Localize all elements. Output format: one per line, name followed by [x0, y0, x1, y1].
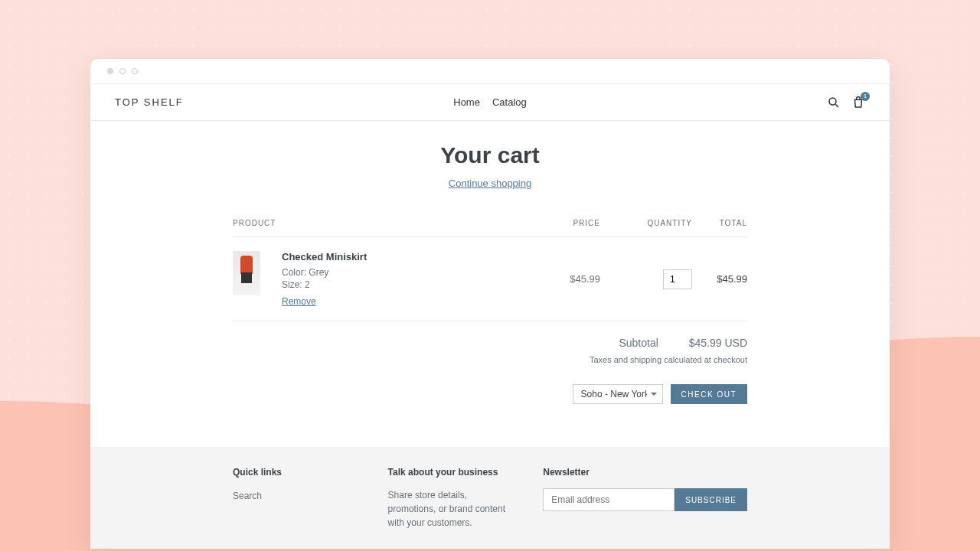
search-icon[interactable]: [827, 96, 841, 109]
svg-point-0: [829, 98, 836, 105]
col-header-price: PRICE: [531, 219, 600, 227]
variant-color: Color: Grey: [282, 267, 367, 278]
variant-size: Size: 2: [282, 279, 367, 290]
table-row: Checked Miniskirt Color: Grey Size: 2 Re…: [233, 237, 747, 321]
product-name[interactable]: Checked Miniskirt: [282, 251, 367, 262]
browser-window: TOP SHELF Home Catalog 1 Your cart Conti…: [90, 59, 890, 549]
page-title: Your cart: [115, 142, 865, 168]
checkout-button[interactable]: CHECK OUT: [671, 384, 747, 404]
titlebar: [90, 59, 890, 84]
nav-catalog[interactable]: Catalog: [492, 96, 527, 108]
product-image[interactable]: [233, 251, 260, 295]
tax-note: Taxes and shipping calculated at checkou…: [233, 355, 747, 364]
subscribe-button[interactable]: SUBSCRIBE: [675, 488, 747, 511]
remove-link[interactable]: Remove: [282, 296, 316, 307]
price-cell: $45.99: [531, 273, 600, 285]
email-field[interactable]: [543, 488, 675, 511]
window-dot: [119, 68, 126, 74]
brand-logo[interactable]: TOP SHELF: [115, 96, 184, 108]
cart-icon[interactable]: 1: [851, 96, 865, 109]
continue-shopping-link[interactable]: Continue shopping: [449, 178, 531, 189]
quantity-stepper[interactable]: [663, 269, 692, 289]
site-header: TOP SHELF Home Catalog 1: [90, 84, 890, 121]
footer-search-link[interactable]: Search: [233, 491, 262, 501]
line-total: $45.99: [692, 273, 747, 285]
nav-links: Home Catalog: [453, 96, 527, 108]
col-header-product: PRODUCT: [233, 219, 531, 227]
nav-home[interactable]: Home: [453, 96, 480, 108]
site-footer: Quick links Search Talk about your busin…: [90, 447, 890, 549]
svg-line-1: [835, 104, 838, 107]
subtotal-amount: $45.99 USD: [689, 337, 747, 349]
footer-business-title: Talk about your business: [388, 467, 513, 478]
footer-business-body: Share store details, promotions, or bran…: [388, 488, 513, 530]
location-select[interactable]: Soho - New York C: [573, 384, 663, 404]
window-dot: [107, 68, 113, 74]
window-dot: [132, 68, 138, 74]
col-header-quantity: QUANTITY: [600, 219, 692, 227]
cart-badge: 1: [861, 92, 870, 101]
subtotal-label: Subtotal: [619, 337, 658, 349]
col-header-total: TOTAL: [692, 219, 747, 227]
cart-table: PRODUCT PRICE QUANTITY TOTAL Checked Min…: [233, 219, 747, 321]
footer-newsletter-title: Newsletter: [543, 467, 747, 478]
footer-quicklinks-title: Quick links: [233, 467, 358, 478]
